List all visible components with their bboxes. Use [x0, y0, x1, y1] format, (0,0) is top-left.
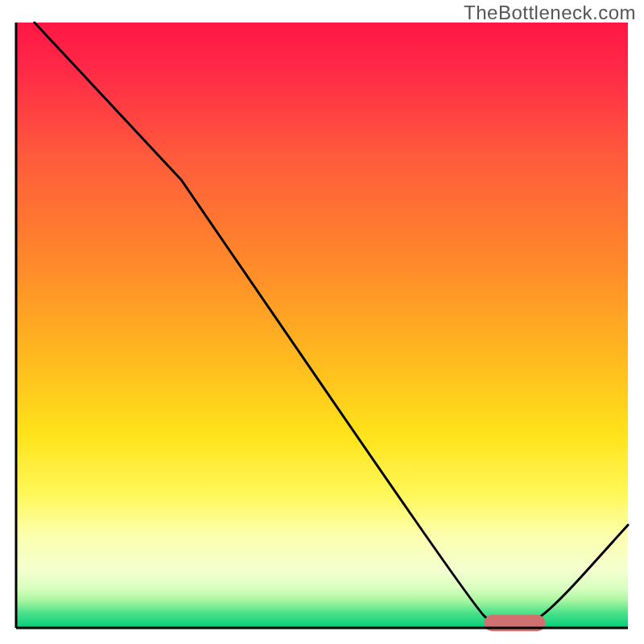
chart-container: TheBottleneck.com — [0, 0, 644, 644]
bottleneck-chart — [0, 0, 644, 644]
gradient-plot-area — [16, 23, 628, 628]
watermark-text: TheBottleneck.com — [464, 2, 636, 24]
